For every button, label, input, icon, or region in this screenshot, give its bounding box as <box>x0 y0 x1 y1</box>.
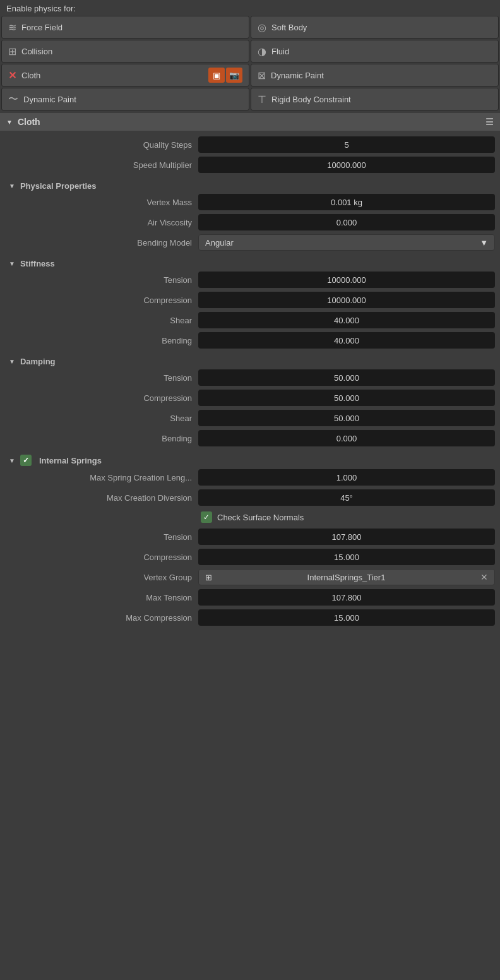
bending-model-value: Angular <box>205 238 234 248</box>
cloth-section-header[interactable]: ▼ Cloth ☰ <box>0 113 500 131</box>
stiffness-tension-row: Tension 10000.000 <box>3 271 497 289</box>
internal-springs-triangle: ▼ <box>9 457 15 464</box>
dynamic-paint-button[interactable]: 〜 Dynamic Paint <box>1 88 249 111</box>
bending-model-select[interactable]: Angular ▼ <box>198 234 495 251</box>
fluid-icon: ◑ <box>258 45 266 57</box>
vertex-mass-label: Vertex Mass <box>3 198 198 207</box>
vertex-group-label: Vertex Group <box>3 573 198 582</box>
rigid-body-constraint-button[interactable]: ⊤ Rigid Body Constraint <box>251 88 499 111</box>
bending-model-row: Bending Model Angular ▼ <box>3 234 497 251</box>
damping-bending-value[interactable]: 0.000 <box>198 430 495 446</box>
internal-springs-tension-label: Tension <box>3 532 198 542</box>
damping-bending-label: Bending <box>3 434 198 443</box>
bending-model-label: Bending Model <box>3 238 198 248</box>
vertex-group-value[interactable]: ⊞ InternalSprings_Tier1 ✕ <box>198 569 495 585</box>
max-tension-label: Max Tension <box>3 593 198 602</box>
cloth-collapse-triangle: ▼ <box>6 119 13 126</box>
soft-body-label: Soft Body <box>271 23 307 32</box>
fluid-label: Fluid <box>271 47 289 56</box>
damping-compression-row: Compression 50.000 <box>3 389 497 407</box>
damping-bending-row: Bending 0.000 <box>3 429 497 447</box>
vertex-group-clear-button[interactable]: ✕ <box>480 572 488 582</box>
max-creation-diversion-row: Max Creation Diversion 45° <box>3 489 497 506</box>
damping-header[interactable]: ▼ Damping <box>3 352 497 369</box>
max-compression-value[interactable]: 15.000 <box>198 609 495 626</box>
stiffness-tension-value[interactable]: 10000.000 <box>198 272 495 288</box>
stiffness-compression-value[interactable]: 10000.000 <box>198 292 495 308</box>
max-tension-row: Max Tension 107.800 <box>3 589 497 606</box>
stiffness-compression-label: Compression <box>3 296 198 305</box>
max-spring-creation-length-label: Max Spring Creation Leng... <box>3 473 198 482</box>
rigid-body-constraint-icon: ⊤ <box>258 93 266 105</box>
internal-springs-tension-row: Tension 107.800 <box>3 528 497 546</box>
damping-shear-value[interactable]: 50.000 <box>198 410 495 426</box>
damping-tension-row: Tension 50.000 <box>3 369 497 386</box>
stiffness-shear-row: Shear 40.000 <box>3 311 497 329</box>
cloth-section-title: Cloth <box>18 117 40 127</box>
rigid-body-button[interactable]: ⊠ Dynamic Paint <box>251 64 499 87</box>
internal-springs-header[interactable]: ▼ ✓ Internal Springs <box>3 450 497 469</box>
damping-title: Damping <box>20 357 56 366</box>
max-spring-creation-length-value[interactable]: 1.000 <box>198 469 495 486</box>
stiffness-bending-row: Bending 40.000 <box>3 332 497 349</box>
speed-multiplier-value[interactable]: 10000.000 <box>198 157 495 173</box>
speed-multiplier-label: Speed Multiplier <box>3 160 198 170</box>
stiffness-shear-value[interactable]: 40.000 <box>198 312 495 328</box>
damping-shear-row: Shear 50.000 <box>3 409 497 427</box>
air-viscosity-row: Air Viscosity 0.000 <box>3 213 497 231</box>
air-viscosity-label: Air Viscosity <box>3 218 198 227</box>
bending-model-chevron: ▼ <box>480 238 488 248</box>
stiffness-compression-row: Compression 10000.000 <box>3 291 497 309</box>
quality-steps-label: Quality Steps <box>3 140 198 150</box>
quality-steps-row: Quality Steps 5 <box>3 136 497 153</box>
internal-springs-compression-label: Compression <box>3 553 198 562</box>
fluid-button[interactable]: ◑ Fluid <box>251 40 499 63</box>
cloth-x-icon: ✕ <box>8 69 16 81</box>
dynamic-paint-label: Dynamic Paint <box>23 95 76 104</box>
check-surface-normals-row[interactable]: ✓ Check Surface Normals <box>3 509 497 525</box>
internal-springs-compression-row: Compression 15.000 <box>3 548 497 566</box>
max-tension-value[interactable]: 107.800 <box>198 589 495 606</box>
force-field-label: Force Field <box>21 23 62 32</box>
force-field-button[interactable]: ≋ Force Field <box>1 16 249 39</box>
max-compression-label: Max Compression <box>3 613 198 623</box>
stiffness-bending-label: Bending <box>3 336 198 345</box>
cloth-camera-icon-button[interactable]: 📷 <box>226 68 242 83</box>
internal-springs-title: Internal Springs <box>39 456 102 465</box>
cloth-menu-icon[interactable]: ☰ <box>485 117 494 127</box>
vertex-group-row: Vertex Group ⊞ InternalSprings_Tier1 ✕ <box>3 568 497 586</box>
rigid-body-label: Dynamic Paint <box>271 71 324 80</box>
air-viscosity-value[interactable]: 0.000 <box>198 214 495 230</box>
collision-button[interactable]: ⊞ Collision <box>1 40 249 63</box>
quality-steps-value[interactable]: 5 <box>198 136 495 153</box>
physical-properties-header[interactable]: ▼ Physical Properties <box>3 176 497 193</box>
vertex-group-text: InternalSprings_Tier1 <box>307 573 386 582</box>
stiffness-triangle: ▼ <box>9 260 15 267</box>
stiffness-header[interactable]: ▼ Stiffness <box>3 254 497 271</box>
stiffness-bending-value[interactable]: 40.000 <box>198 332 495 349</box>
dynamic-paint-icon: 〜 <box>8 93 18 106</box>
check-surface-normals-label: Check Surface Normals <box>217 513 304 522</box>
max-creation-diversion-value[interactable]: 45° <box>198 489 495 506</box>
cloth-display-icon-button[interactable]: ▣ <box>208 68 225 83</box>
internal-springs-compression-value[interactable]: 15.000 <box>198 549 495 565</box>
soft-body-icon: ◎ <box>258 21 266 33</box>
vertex-mass-value[interactable]: 0.001 kg <box>198 194 495 210</box>
stiffness-title: Stiffness <box>20 259 55 268</box>
cloth-extra-icons: ▣ 📷 <box>208 68 242 83</box>
check-surface-normals-checkbox[interactable]: ✓ <box>201 511 212 523</box>
damping-triangle: ▼ <box>9 358 15 365</box>
speed-multiplier-row: Speed Multiplier 10000.000 <box>3 156 497 174</box>
damping-compression-value[interactable]: 50.000 <box>198 390 495 406</box>
cloth-button[interactable]: ✕ Cloth ▣ 📷 <box>1 64 249 87</box>
internal-springs-checkbox[interactable]: ✓ <box>20 455 32 466</box>
cloth-content: Quality Steps 5 Speed Multiplier 10000.0… <box>0 131 500 634</box>
physical-properties-triangle: ▼ <box>9 182 15 189</box>
damping-tension-value[interactable]: 50.000 <box>198 369 495 386</box>
internal-springs-tension-value[interactable]: 107.800 <box>198 529 495 545</box>
cloth-label: Cloth <box>21 71 40 80</box>
soft-body-button[interactable]: ◎ Soft Body <box>251 16 499 39</box>
max-compression-row: Max Compression 15.000 <box>3 609 497 626</box>
physical-properties-title: Physical Properties <box>20 181 97 191</box>
physics-grid: ≋ Force Field ◎ Soft Body ⊞ Collision ◑ … <box>0 16 500 112</box>
